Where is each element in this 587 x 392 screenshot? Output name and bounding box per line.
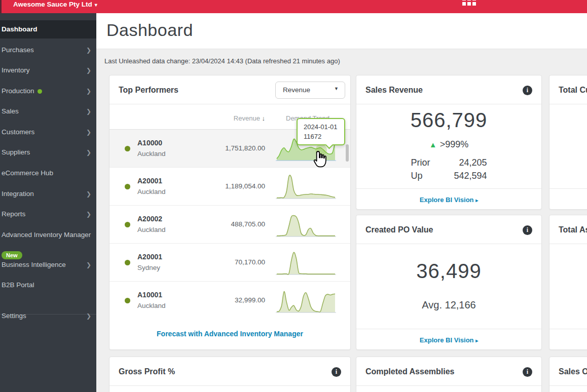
product-location: Auckland: [137, 188, 166, 195]
chevron-down-icon: ▼: [334, 86, 339, 91]
product-location: Auckland: [137, 302, 166, 309]
page-title: Dashboard: [106, 20, 193, 40]
top-performers-title: Top Performers: [119, 86, 178, 95]
revenue-value: 1,189,054.00: [225, 182, 265, 190]
metric-dropdown-value: Revenue: [283, 86, 310, 94]
created-po-title: Created PO Value: [365, 225, 433, 234]
chevron-right-icon: ❯: [86, 61, 91, 80]
sparkline-tooltip: 2024-01-01 11672: [297, 118, 345, 145]
table-row[interactable]: A20001 Sydney 70,170.00: [109, 244, 350, 282]
sidebar-item-production[interactable]: Production❯: [0, 82, 96, 100]
up-row: Up542,594: [411, 171, 487, 181]
sidebar-item-integration[interactable]: Integration❯: [0, 185, 96, 203]
sidebar-item-customers[interactable]: Customers❯: [0, 123, 96, 141]
sales-revenue-title: Sales Revenue: [365, 86, 423, 95]
metric-dropdown[interactable]: Revenue ▼: [275, 82, 345, 99]
card-footer: Explore BI Vision ▸: [356, 329, 541, 349]
explore-bi-vision-link[interactable]: Explore BI Vision ▸: [420, 196, 478, 204]
demand-trend-sparkline[interactable]: [276, 249, 336, 277]
revenue-value: 1,751,820.00: [225, 144, 265, 152]
completed-assemblies-card: Completed Assemblies i: [356, 357, 542, 392]
table-scrollbar-thumb[interactable]: [346, 144, 349, 162]
card-footer: [549, 329, 587, 349]
product-code: A20002: [137, 215, 162, 223]
sidebar-item-sales[interactable]: Sales❯: [0, 102, 96, 121]
forecast-aim-link[interactable]: Forecast with Advanced Inventory Manager: [157, 330, 303, 338]
sidebar-item-purchases[interactable]: Purchases❯: [0, 41, 96, 59]
chevron-right-icon: ❯: [86, 307, 91, 325]
sidebar-item-settings[interactable]: Settings❯: [0, 307, 96, 325]
top-performers-header: Top Performers Revenue ▼: [109, 75, 350, 104]
sidebar-item-reports[interactable]: Reports❯: [0, 205, 96, 223]
table-row[interactable]: A20002 Auckland 488,705.00: [109, 206, 350, 244]
sales-revenue-card: Sales Revenue i 566,799 ▲>999% Prior24,2…: [356, 75, 542, 210]
gross-profit-card: Gross Profit % i: [109, 357, 351, 392]
chevron-right-icon: ❯: [86, 82, 91, 100]
topbar-left-edge: [0, 0, 2, 13]
column-header-revenue[interactable]: Revenue ↓: [234, 114, 265, 122]
created-po-value: 36,499: [356, 260, 541, 283]
sales-orders-card: Sales O: [549, 357, 587, 392]
sales-orders-title: Sales O: [559, 367, 587, 376]
completed-assemblies-title: Completed Assemblies: [365, 367, 454, 376]
product-code: A10001: [137, 291, 162, 299]
chevron-right-icon: ❯: [86, 123, 91, 141]
created-po-average: Avg. 12,166: [356, 299, 541, 311]
product-location: Auckland: [137, 150, 166, 158]
table-row[interactable]: A20001 Auckland 1,189,054.00: [109, 168, 350, 206]
chevron-right-icon: ❯: [86, 102, 91, 121]
hand-cursor-icon: [312, 150, 330, 171]
sidebar-item-inventory[interactable]: Inventory❯: [0, 61, 96, 80]
company-selector[interactable]: Awesome Sauce Pty Ltd▾: [13, 0, 97, 11]
revenue-value: 32,999.00: [235, 296, 265, 304]
created-po-value-card: Created PO Value i 36,499 Avg. 12,166 Ex…: [356, 215, 542, 350]
info-icon[interactable]: i: [523, 86, 532, 95]
sidebar-item-dashboard[interactable]: Dashboard: [0, 20, 96, 38]
sidebar-item-ecommerce-hub[interactable]: eCommerce Hub: [0, 164, 96, 182]
sales-revenue-value: 566,799: [356, 109, 541, 132]
company-name: Awesome Sauce Pty Ltd: [13, 1, 92, 8]
chevron-down-icon: ▾: [95, 2, 97, 8]
sidebar-item-b2b-portal[interactable]: B2B Portal: [0, 276, 96, 294]
prior-row: Prior24,205: [411, 158, 487, 168]
top-bar: Awesome Sauce Pty Ltd▾: [0, 0, 587, 13]
chevron-right-icon: ❯: [86, 185, 91, 203]
info-icon[interactable]: i: [523, 367, 532, 377]
chevron-right-icon: ❯: [86, 256, 91, 274]
chevron-right-icon: ❯: [86, 143, 91, 162]
data-refresh-note: Last Unleashed data change: 23/04/2024 1…: [104, 57, 340, 65]
product-code: A20001: [137, 253, 162, 261]
product-location: Sydney: [137, 264, 160, 271]
product-status-dot: [125, 222, 130, 227]
top-performers-card: Top Performers Revenue ▼ Revenue ↓ Deman…: [109, 75, 351, 350]
total-assemblies-card: Total As: [549, 215, 587, 350]
revenue-value: 70,170.00: [235, 258, 265, 266]
trend-up-icon: ▲: [429, 140, 437, 149]
product-status-dot: [125, 260, 130, 265]
sidebar-item-suppliers[interactable]: Suppliers❯: [0, 143, 96, 162]
total-customers-card: Total Cu: [549, 75, 587, 210]
card-footer: [549, 188, 587, 209]
demand-trend-sparkline[interactable]: [276, 287, 336, 315]
demand-trend-sparkline[interactable]: [276, 211, 336, 239]
apps-grid-icon[interactable]: [462, 0, 476, 11]
product-status-dot: [125, 184, 130, 189]
demand-trend-sparkline[interactable]: [276, 173, 336, 201]
table-row[interactable]: A10001 Auckland 32,999.00: [109, 282, 350, 320]
chevron-right-icon: ❯: [86, 205, 91, 223]
product-code: A10000: [137, 139, 162, 147]
sales-revenue-delta: ▲>999%: [356, 139, 541, 150]
revenue-value: 488,705.00: [231, 220, 265, 228]
info-icon[interactable]: i: [332, 367, 341, 377]
sidebar-item-advanced-inventory-manager[interactable]: Advanced Inventory Manager: [0, 226, 96, 244]
gross-profit-title: Gross Profit %: [119, 367, 175, 376]
unleashed-dashboard: Awesome Sauce Pty Ltd▾ Dashboard Purchas…: [0, 0, 587, 392]
info-icon[interactable]: i: [523, 225, 532, 235]
sort-desc-icon: ↓: [262, 114, 266, 122]
product-code: A20001: [137, 177, 162, 185]
sidebar-item-business-intelligence[interactable]: Business Intelligence❯: [0, 256, 96, 274]
explore-bi-vision-link[interactable]: Explore BI Vision ▸: [420, 336, 478, 344]
chevron-right-icon: ❯: [86, 41, 91, 59]
product-status-dot: [125, 298, 130, 303]
tooltip-value: 11672: [304, 132, 344, 141]
